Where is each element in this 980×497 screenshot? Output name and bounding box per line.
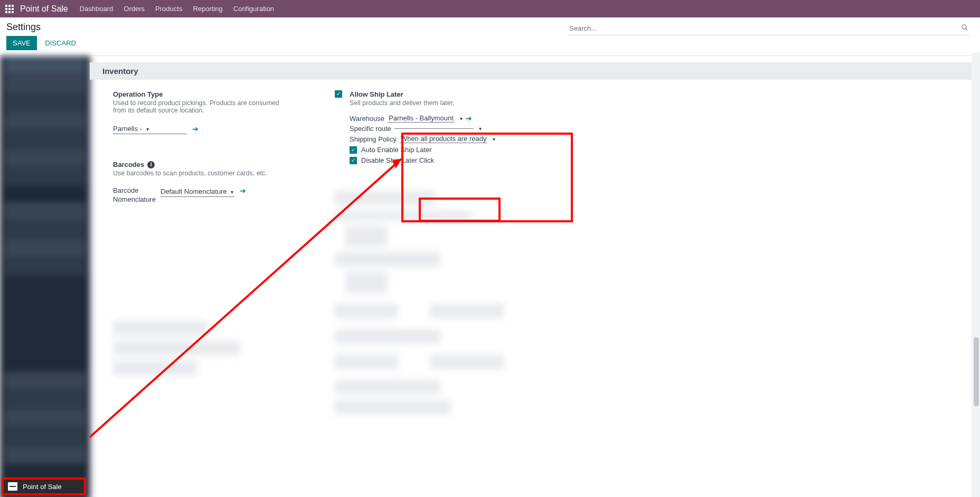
barcodes-title: Barcodes — [113, 161, 144, 168]
taskbar-label: Point of Sale — [23, 483, 62, 491]
setting-operation-type: Operation Type Used to record product pi… — [113, 90, 314, 134]
chevron-down-icon[interactable]: ▾ — [460, 116, 463, 121]
control-panel: Settings SAVE DISCARD — [0, 17, 980, 56]
svg-line-1 — [966, 29, 968, 31]
navbar-overflow — [813, 0, 980, 17]
settings-main: Inventory Operation Type Used to record … — [90, 56, 980, 497]
search-icon[interactable] — [961, 24, 968, 33]
app-title[interactable]: Point of Sale — [20, 4, 68, 14]
chevron-down-icon[interactable]: ▾ — [479, 126, 482, 132]
chevron-down-icon: ▾ — [231, 189, 233, 195]
nav-configuration[interactable]: Configuration — [233, 5, 274, 13]
operation-type-desc: Used to record product pickings. Product… — [113, 99, 293, 114]
nav-dashboard[interactable]: Dashboard — [80, 5, 114, 13]
left-sidebar-blurred — [0, 56, 90, 497]
page-title: Settings — [6, 22, 490, 33]
section-inventory: Inventory — [90, 62, 980, 80]
shipping-policy-select[interactable]: When all products are ready — [400, 135, 488, 143]
blurred-setting-left — [113, 321, 314, 376]
operation-type-value: Parnells - — [113, 125, 144, 133]
search-input[interactable] — [569, 24, 961, 32]
pos-app-icon — [8, 482, 17, 491]
allow-ship-later-desc: Sell products and deliver them later. — [350, 99, 529, 107]
nav-orders[interactable]: Orders — [124, 5, 145, 13]
barcode-nomenclature-value: Default Nomenclature — [161, 187, 227, 195]
allow-ship-later-title: Allow Ship Later — [350, 90, 535, 98]
operation-type-select[interactable]: Parnells - ▾ — [113, 124, 187, 134]
auto-enable-ship-later-label: Auto Enable Ship Later — [361, 146, 432, 154]
nav-items: Dashboard Orders Products Reporting Conf… — [80, 5, 274, 13]
allow-ship-later-checkbox[interactable]: ✓ — [335, 90, 342, 98]
barcode-nomenclature-label: Barcode Nomenclature — [113, 186, 155, 204]
nav-reporting[interactable]: Reporting — [193, 5, 222, 13]
specific-route-select[interactable] — [394, 128, 474, 129]
scrollbar-track[interactable] — [972, 52, 980, 497]
barcodes-desc: Use barcodes to scan products, customer … — [113, 170, 293, 177]
discard-button[interactable]: DISCARD — [39, 36, 82, 50]
operation-type-external-link-icon[interactable]: ➔ — [192, 125, 199, 133]
barcode-nomenclature-select[interactable]: Default Nomenclature ▾ — [161, 186, 234, 197]
shipping-policy-value: When all products are ready — [401, 135, 487, 143]
apps-icon[interactable] — [5, 5, 14, 13]
operation-type-title: Operation Type — [113, 90, 314, 98]
warehouse-link-icon[interactable]: ➔ — [466, 114, 472, 123]
taskbar-item-pos[interactable]: Point of Sale — [2, 477, 86, 495]
warehouse-label: Warehouse — [350, 115, 384, 123]
specific-route-label: Specific route — [350, 125, 391, 133]
search-box[interactable] — [568, 22, 969, 35]
nav-products[interactable]: Products — [155, 5, 182, 13]
svg-point-0 — [962, 25, 966, 29]
save-button[interactable]: SAVE — [6, 36, 37, 50]
disable-ship-later-click-label: Disable Ship Later Click — [361, 156, 434, 164]
warehouse-select[interactable]: Parnells - Ballymount — [388, 114, 455, 123]
chevron-down-icon[interactable]: ▾ — [493, 136, 495, 142]
blurred-setting-right — [335, 191, 535, 415]
info-icon[interactable]: i — [147, 161, 155, 168]
chevron-down-icon: ▾ — [146, 126, 149, 132]
barcode-nomenclature-link-icon[interactable]: ➔ — [240, 186, 246, 195]
auto-enable-ship-later-checkbox[interactable]: ✓ — [350, 146, 357, 154]
setting-barcodes: Barcodes i Use barcodes to scan products… — [113, 161, 314, 204]
warehouse-value: Parnells - Ballymount — [389, 114, 454, 122]
shipping-policy-label: Shipping Policy — [350, 135, 397, 143]
setting-allow-ship-later: ✓ Allow Ship Later Sell products and del… — [335, 90, 535, 164]
disable-ship-later-click-checkbox[interactable]: ✓ — [350, 157, 357, 164]
scrollbar-thumb[interactable] — [974, 337, 979, 406]
